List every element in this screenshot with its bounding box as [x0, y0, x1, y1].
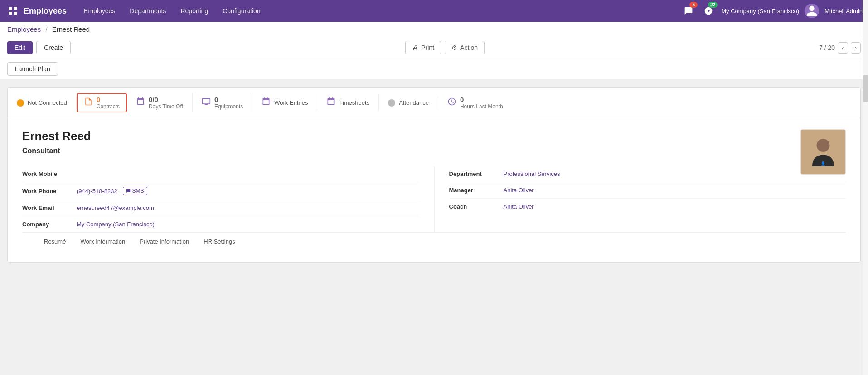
nav-departments[interactable]: Departments [123, 5, 172, 17]
field-department: Department Professional Services [449, 166, 846, 182]
user-avatar[interactable] [805, 4, 819, 18]
fields-left: Work Mobile Work Phone (944)-518-8232 SM… [22, 166, 434, 232]
manager-value[interactable]: Anita Oliver [504, 187, 534, 194]
work-entries-icon [262, 97, 271, 108]
svg-rect-0 [9, 7, 12, 10]
timesheets-icon [326, 97, 335, 108]
manager-label: Manager [449, 187, 504, 194]
not-connected-icon [17, 99, 24, 107]
company-value[interactable]: My Company (San Francisco) [77, 221, 155, 228]
work-email-label: Work Email [22, 205, 77, 211]
svg-rect-3 [14, 12, 17, 15]
record-card: Not Connected 0 Contracts 0/0 D [7, 87, 861, 263]
svg-text:👤: 👤 [821, 161, 825, 166]
timesheets-label: Timesheets [339, 99, 369, 106]
next-page-button[interactable]: › [851, 42, 861, 54]
contracts-icon [84, 97, 93, 108]
edit-button[interactable]: Edit [7, 41, 33, 54]
coach-label: Coach [449, 203, 504, 210]
print-icon: 🖨 [412, 44, 418, 51]
stat-hours-last-month[interactable]: 0 Hours Last Month [438, 93, 512, 112]
time-off-num: 0/0 [149, 96, 183, 103]
company-name: My Company (San Francisco) [721, 8, 799, 15]
pagination: 7 / 20 ‹ › [819, 42, 861, 54]
coach-value[interactable]: Anita Oliver [504, 203, 534, 210]
gear-icon: ⚙ [451, 44, 457, 51]
company-label: Company [22, 221, 77, 228]
activity-badge: 22 [708, 2, 718, 8]
field-company: Company My Company (San Francisco) [22, 216, 420, 232]
nav-reporting[interactable]: Reporting [174, 5, 214, 17]
department-label: Department [449, 170, 504, 177]
stats-bar: Not Connected 0 Contracts 0/0 D [8, 88, 860, 118]
not-connected-label: Not Connected [28, 99, 67, 106]
prev-page-button[interactable]: ‹ [838, 42, 848, 54]
work-entries-label: Work Entries [274, 99, 308, 106]
create-button[interactable]: Create [36, 41, 71, 54]
equipments-icon [202, 97, 211, 108]
nav-configuration[interactable]: Configuration [216, 5, 267, 17]
stat-time-off[interactable]: 0/0 Days Time Off [127, 93, 193, 112]
svg-rect-1 [14, 7, 17, 10]
svg-point-4 [817, 139, 830, 152]
top-menu: Employees Departments Reporting Configur… [78, 5, 681, 17]
fields-right: Department Professional Services Manager… [434, 166, 846, 232]
tab-work-information[interactable]: Work Information [73, 233, 132, 251]
field-work-mobile: Work Mobile [22, 166, 420, 182]
attendance-icon [388, 99, 395, 107]
hours-label: Hours Last Month [460, 103, 503, 110]
department-value[interactable]: Professional Services [504, 170, 560, 177]
stat-attendance[interactable]: Attendance [379, 97, 438, 109]
nav-employees[interactable]: Employees [78, 5, 121, 17]
attendance-label: Attendance [399, 99, 429, 106]
breadcrumb-parent[interactable]: Employees [7, 25, 41, 33]
chat-notification-button[interactable]: 5 [681, 4, 696, 18]
contracts-label: Contracts [97, 103, 120, 110]
launch-plan-button[interactable]: Launch Plan [7, 62, 58, 76]
employee-photo-placeholder: 👤 [801, 130, 845, 174]
hours-num: 0 [460, 96, 503, 103]
tab-private-information[interactable]: Private Information [132, 233, 196, 251]
app-grid-icon[interactable] [5, 4, 20, 18]
breadcrumb-current: Ernest Reed [52, 25, 90, 33]
sms-button[interactable]: SMS [123, 187, 147, 195]
stat-not-connected[interactable]: Not Connected [17, 97, 77, 109]
contracts-num: 0 [97, 96, 120, 103]
employee-photo: 👤 [800, 129, 846, 175]
tab-resume[interactable]: Resumé [37, 233, 73, 251]
app-name: Employees [24, 6, 67, 16]
equipments-num: 0 [214, 96, 243, 103]
employee-name: Ernest Reed [22, 129, 846, 143]
action-label: Action [460, 44, 478, 51]
svg-rect-2 [9, 12, 12, 15]
secondary-bar: Launch Plan [0, 58, 868, 80]
activity-notification-button[interactable]: 22 [701, 4, 716, 18]
chat-badge: 5 [689, 2, 698, 8]
user-name: Mitchell Admin [824, 8, 863, 15]
stat-equipments[interactable]: 0 Equipments [193, 93, 252, 112]
field-coach: Coach Anita Oliver [449, 199, 846, 214]
profile-area: 👤 Ernest Reed Consultant Work Mobile Wor… [8, 118, 860, 262]
print-button[interactable]: 🖨 Print [405, 41, 441, 54]
action-button[interactable]: ⚙ Action [445, 41, 485, 54]
scrollbar-track[interactable] [863, 0, 868, 270]
breadcrumb-separator: / [45, 25, 47, 33]
hours-icon [447, 97, 456, 108]
time-off-label: Days Time Off [149, 103, 183, 110]
tab-hr-settings[interactable]: HR Settings [196, 233, 242, 251]
work-email-value[interactable]: ernest.reed47@example.com [77, 205, 154, 211]
work-mobile-label: Work Mobile [22, 170, 77, 177]
field-work-phone: Work Phone (944)-518-8232 SMS [22, 182, 420, 200]
main-content: Not Connected 0 Contracts 0/0 D [0, 80, 868, 270]
work-phone-value[interactable]: (944)-518-8232 [77, 188, 117, 195]
time-off-icon [136, 97, 145, 108]
tabs-bar: Resumé Work Information Private Informat… [22, 232, 846, 251]
scrollbar-thumb[interactable] [863, 75, 868, 102]
breadcrumb: Employees / Ernest Reed [0, 22, 868, 37]
stat-timesheets[interactable]: Timesheets [317, 94, 379, 111]
stat-work-entries[interactable]: Work Entries [252, 94, 317, 111]
employee-job-title: Consultant [22, 147, 846, 155]
stat-contracts[interactable]: 0 Contracts [77, 93, 127, 112]
action-bar: Edit Create 🖨 Print ⚙ Action 7 / 20 ‹ › [0, 37, 868, 58]
equipments-label: Equipments [214, 103, 243, 110]
